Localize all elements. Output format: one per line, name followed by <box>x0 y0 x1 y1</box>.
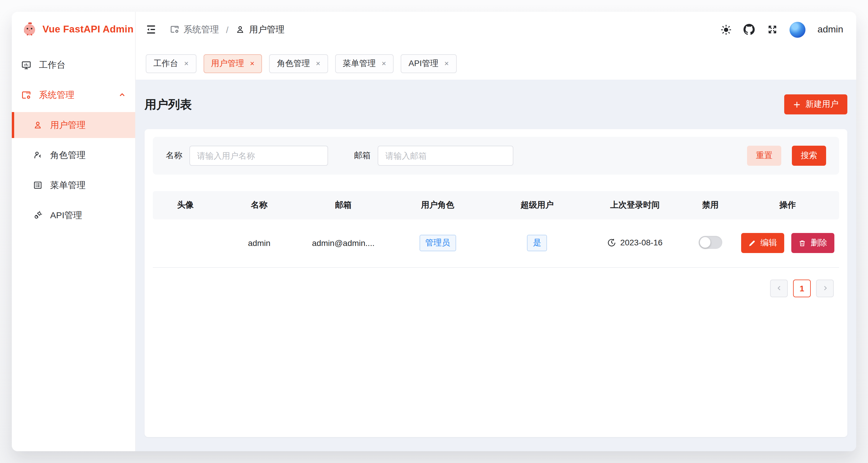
tab-user-management[interactable]: 用户管理 × <box>203 54 262 73</box>
tab-menu-management[interactable]: 菜单管理 × <box>335 54 394 73</box>
breadcrumb-label: 用户管理 <box>249 24 284 35</box>
header-actions: admin <box>721 22 843 37</box>
column-disabled: 禁用 <box>685 191 736 220</box>
disabled-cell <box>685 220 736 267</box>
search-button[interactable]: 搜索 <box>792 146 826 166</box>
tab-bar: 工作台 × 用户管理 × 角色管理 × 菜单管理 × API管理 × <box>136 47 856 79</box>
email-cell: admin@admin.... <box>300 220 386 267</box>
close-icon[interactable]: × <box>316 60 320 67</box>
role-cell: 管理员 <box>386 220 489 267</box>
tab-label: 菜单管理 <box>343 58 376 69</box>
sidebar-menu: 工作台 系统管理 <box>12 52 135 228</box>
tab-label: 工作台 <box>153 58 178 69</box>
tab-workbench[interactable]: 工作台 × <box>146 54 196 73</box>
close-icon[interactable]: × <box>382 60 386 67</box>
page-header: 用户列表 新建用户 <box>145 79 847 129</box>
app-logo[interactable]: Vue FastAPI Admin <box>12 12 135 46</box>
breadcrumb-separator: / <box>226 25 228 34</box>
pencil-icon <box>748 239 756 247</box>
filter-actions: 重置 搜索 <box>747 146 826 166</box>
reset-button[interactable]: 重置 <box>747 146 781 166</box>
column-superuser: 超级用户 <box>489 191 585 220</box>
app-title: Vue FastAPI Admin <box>42 23 134 34</box>
email-filter-group: 邮箱 <box>354 146 514 166</box>
user-avatar[interactable] <box>790 22 806 37</box>
menu-list-icon <box>32 180 42 190</box>
column-email: 邮箱 <box>300 191 386 220</box>
delete-button[interactable]: 删除 <box>791 233 834 253</box>
breadcrumb-item-user[interactable]: 用户管理 <box>236 24 284 35</box>
page-title: 用户列表 <box>145 96 192 112</box>
last-login-value: 2023-08-16 <box>620 238 662 247</box>
name-cell: admin <box>218 220 300 267</box>
new-user-button[interactable]: 新建用户 <box>784 94 847 114</box>
app-window: Vue FastAPI Admin 工作台 <box>12 12 856 451</box>
close-icon[interactable]: × <box>184 60 189 67</box>
tab-role-management[interactable]: 角色管理 × <box>269 54 328 73</box>
filter-bar: 名称 邮箱 重置 搜索 <box>153 137 839 174</box>
sidebar-item-label: 系统管理 <box>39 89 74 101</box>
name-filter-input[interactable] <box>189 146 328 166</box>
main-area: 系统管理 / 用户管理 <box>136 12 856 451</box>
email-filter-input[interactable] <box>378 146 514 166</box>
system-window-gear-icon <box>21 90 31 100</box>
sidebar-item-user-management[interactable]: 用户管理 <box>12 112 135 138</box>
sidebar-item-workbench[interactable]: 工作台 <box>12 52 135 78</box>
tab-label: 用户管理 <box>211 58 244 69</box>
chick-logo-icon <box>22 21 37 37</box>
sidebar-item-label: 角色管理 <box>50 150 86 161</box>
new-user-button-label: 新建用户 <box>805 99 838 110</box>
tab-label: API管理 <box>409 58 438 69</box>
sidebar-collapse-icon[interactable] <box>145 24 157 35</box>
sidebar-item-system[interactable]: 系统管理 <box>12 82 135 108</box>
avatar-cell <box>153 220 218 267</box>
github-icon[interactable] <box>744 24 755 35</box>
email-filter-label: 邮箱 <box>354 151 371 161</box>
column-actions: 操作 <box>736 191 839 220</box>
user-icon <box>236 25 245 34</box>
user-table: 头像 名称 邮箱 用户角色 超级用户 上次登录时间 禁用 操作 <box>153 191 839 267</box>
sidebar: Vue FastAPI Admin 工作台 <box>12 12 136 451</box>
current-page-button[interactable]: 1 <box>793 279 811 297</box>
prev-page-button[interactable] <box>770 279 788 297</box>
username[interactable]: admin <box>817 24 843 35</box>
edit-button[interactable]: 编辑 <box>741 233 784 253</box>
api-plug-icon <box>32 210 42 220</box>
role-user-switch-icon <box>32 150 42 160</box>
sidebar-item-role-management[interactable]: 角色管理 <box>12 142 135 168</box>
history-clock-icon <box>607 238 616 247</box>
breadcrumb: 系统管理 / 用户管理 <box>170 24 284 35</box>
toggle-thumb <box>700 237 710 248</box>
breadcrumb-item-system[interactable]: 系统管理 <box>170 24 219 35</box>
close-icon[interactable]: × <box>444 60 449 67</box>
breadcrumb-label: 系统管理 <box>184 24 219 35</box>
tab-api-management[interactable]: API管理 × <box>401 54 457 73</box>
disabled-toggle[interactable] <box>699 236 722 249</box>
next-page-button[interactable] <box>816 279 834 297</box>
sidebar-item-label: 用户管理 <box>50 120 86 131</box>
sidebar-item-api-management[interactable]: API管理 <box>12 202 135 228</box>
chevron-up-icon <box>119 91 126 99</box>
column-avatar: 头像 <box>153 191 218 220</box>
page-content: 用户列表 新建用户 名称 <box>136 79 856 451</box>
column-last-login: 上次登录时间 <box>585 191 684 220</box>
name-filter-label: 名称 <box>166 151 182 161</box>
table-header-row: 头像 名称 邮箱 用户角色 超级用户 上次登录时间 禁用 操作 <box>153 191 839 220</box>
edit-button-label: 编辑 <box>761 238 777 249</box>
sidebar-item-label: 菜单管理 <box>50 179 86 191</box>
plus-icon <box>793 101 801 108</box>
last-login-cell: 2023-08-16 <box>585 220 684 267</box>
table-row: admin admin@admin.... 管理员 是 <box>153 220 839 267</box>
system-window-gear-icon <box>170 25 179 34</box>
role-tag: 管理员 <box>419 235 456 252</box>
trash-icon <box>798 239 806 247</box>
sidebar-item-menu-management[interactable]: 菜单管理 <box>12 172 135 198</box>
theme-sun-icon[interactable] <box>721 24 732 35</box>
superuser-cell: 是 <box>489 220 585 267</box>
top-header: 系统管理 / 用户管理 <box>136 12 856 47</box>
actions-cell: 编辑 <box>736 220 839 267</box>
pagination: 1 <box>153 279 839 297</box>
fullscreen-icon[interactable] <box>767 24 778 35</box>
close-icon[interactable]: × <box>250 60 254 67</box>
user-icon <box>32 120 42 130</box>
